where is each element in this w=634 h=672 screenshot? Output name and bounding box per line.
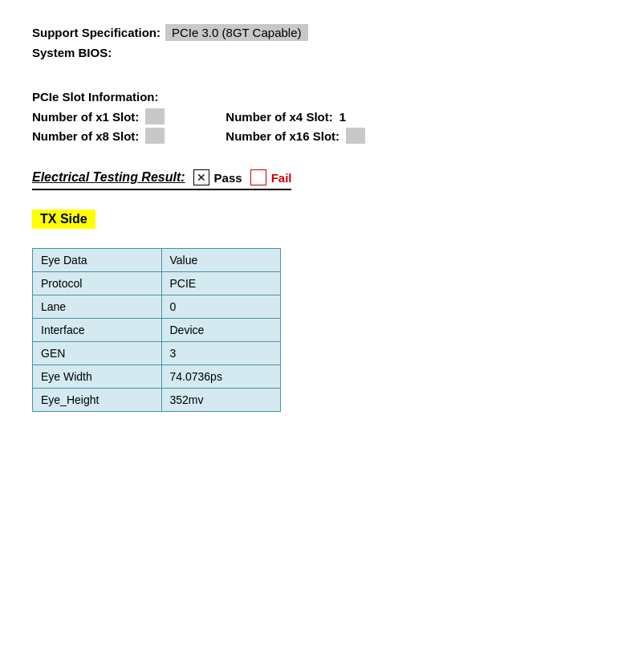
table-cell-value: 0 [161, 295, 281, 319]
x8-value [145, 128, 165, 144]
x8-label: Number of x8 Slot: [32, 129, 139, 143]
table-cell-label: Protocol [33, 272, 162, 295]
table-cell-value: PCIE [161, 272, 281, 295]
system-bios-label: System BIOS: [32, 46, 112, 59]
x16-value [346, 128, 365, 144]
pcie-slot-title-row: PCIe Slot Information: [32, 90, 602, 104]
table-cell-label: Interface [33, 319, 162, 342]
support-spec-value: PCIe 3.0 (8GT Capable) [165, 24, 307, 41]
table-cell-value: 3 [161, 342, 281, 365]
table-row: Lane0 [33, 295, 281, 319]
table-header-value: Value [161, 249, 281, 272]
support-specification-row: Support Specification: PCIe 3.0 (8GT Cap… [32, 24, 602, 41]
table-cell-label: Lane [33, 295, 162, 319]
electrical-testing-result: Electrical Testing Result: ✕ Pass Fail [32, 169, 291, 190]
table-cell-value: 352mv [161, 389, 281, 412]
support-spec-label: Support Specification: [32, 26, 161, 39]
pass-checkbox-area: ✕ Pass [193, 169, 242, 185]
table-header-eye-data: Eye Data [33, 249, 162, 272]
table-cell-label: Eye Width [33, 365, 162, 389]
fail-label: Fail [271, 171, 292, 185]
fail-checkbox[interactable] [250, 169, 266, 185]
fail-checkbox-area: Fail [250, 169, 292, 185]
table-row: Eye_Height352mv [33, 389, 281, 412]
electrical-label: Electrical Testing Result: [32, 170, 185, 185]
pcie-slot-label: PCIe Slot Information: [32, 90, 159, 104]
pcie-slot-section: PCIe Slot Information: Number of x1 Slot… [32, 90, 602, 144]
pass-label: Pass [214, 171, 242, 185]
table-cell-value: 74.0736ps [161, 365, 281, 389]
table-row: Eye Width74.0736ps [33, 365, 281, 389]
table-row: InterfaceDevice [33, 319, 281, 342]
x4-label: Number of x4 Slot: [226, 110, 332, 124]
table-row: GEN3 [33, 342, 281, 365]
table-cell-label: GEN [33, 342, 162, 365]
x1-value [145, 108, 165, 124]
table-row: ProtocolPCIE [33, 272, 281, 295]
tx-side-badge: TX Side [32, 198, 602, 243]
x16-label: Number of x16 Slot: [226, 129, 339, 143]
slot-row-x8-x16: Number of x8 Slot: Number of x16 Slot: [32, 128, 602, 144]
x4-value: 1 [339, 110, 346, 124]
eye-data-table: Eye Data Value ProtocolPCIELane0Interfac… [32, 248, 281, 412]
pass-checkbox[interactable]: ✕ [193, 169, 209, 185]
slot-row-x1-x4: Number of x1 Slot: Number of x4 Slot: 1 [32, 108, 602, 124]
table-cell-label: Eye_Height [33, 389, 162, 412]
x1-label: Number of x1 Slot: [32, 110, 139, 124]
system-bios-row: System BIOS: [32, 46, 602, 59]
table-cell-value: Device [161, 319, 281, 342]
tx-side-text: TX Side [32, 210, 96, 229]
